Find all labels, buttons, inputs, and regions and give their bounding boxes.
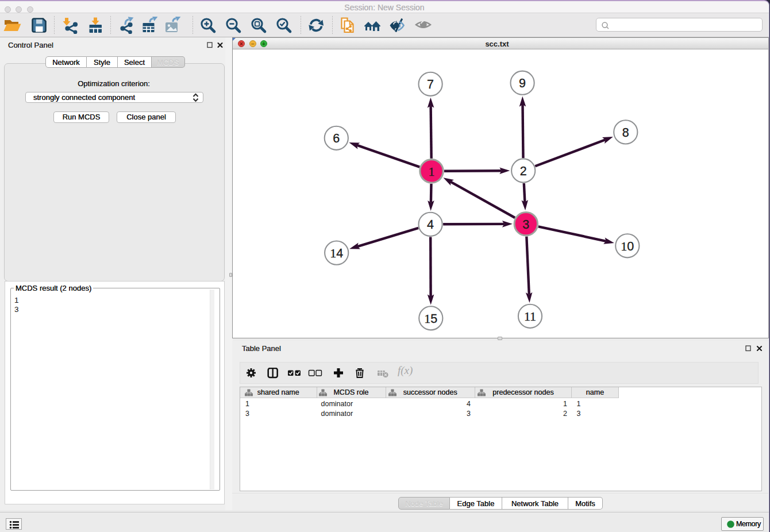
svg-text:2: 2 xyxy=(519,164,526,178)
svg-text:15: 15 xyxy=(424,311,437,325)
svg-text:3: 3 xyxy=(522,217,529,231)
svg-text:1: 1 xyxy=(428,164,434,178)
svg-text:7: 7 xyxy=(427,78,434,91)
svg-text:8: 8 xyxy=(622,125,629,139)
svg-text:14: 14 xyxy=(330,245,343,260)
svg-text:10: 10 xyxy=(621,238,634,253)
svg-text:9: 9 xyxy=(519,76,526,90)
svg-text:11: 11 xyxy=(523,309,536,323)
svg-text:6: 6 xyxy=(333,132,340,145)
svg-text:4: 4 xyxy=(427,218,434,232)
